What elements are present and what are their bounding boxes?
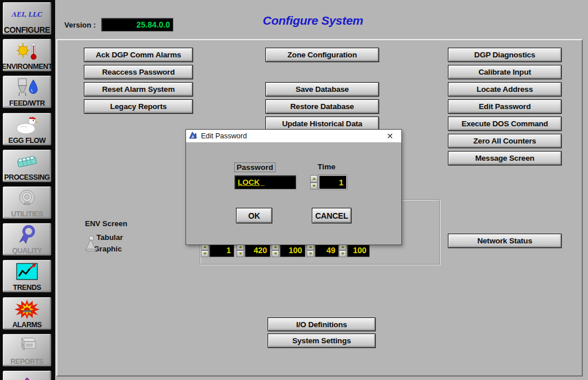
spin-field-5[interactable]: 100 xyxy=(347,243,370,257)
edit-password-dialog: Edit Password ✕ Password LOCK_ Time 1 OK… xyxy=(185,129,402,245)
spin-down-icon[interactable] xyxy=(201,250,208,257)
sidebar-item-utilities[interactable]: UTILITIES xyxy=(2,186,52,219)
spinner-3[interactable] xyxy=(272,243,279,257)
partial-purple-icon xyxy=(3,371,51,380)
ack-dgp-comm-alarms-button[interactable]: Ack DGP Comm Alarms xyxy=(84,48,193,62)
sidebar-item-label: FEED/WTR xyxy=(9,99,45,107)
reaccess-password-button[interactable]: Reaccess Password xyxy=(84,65,193,79)
sidebar: AEI, LLC CONFIGURE E xyxy=(0,0,55,380)
printer-icon xyxy=(3,334,51,358)
sidebar-item-label: CONFIGURE xyxy=(4,26,50,34)
zone-configuration-button[interactable]: Zone Configuration xyxy=(265,48,379,62)
io-definitions-button[interactable]: I/O Definitions xyxy=(268,317,376,331)
page-title: Configure System xyxy=(253,14,373,28)
cancel-button[interactable]: CANCEL xyxy=(312,208,351,223)
execute-dos-command-button[interactable]: Execute DOS Command xyxy=(448,117,562,131)
version-value: 25.84.0.0 xyxy=(137,20,170,29)
configure-system-screen: AEI, LLC CONFIGURE E xyxy=(0,0,588,380)
env-screen-toggle-icon[interactable] xyxy=(84,234,98,255)
sidebar-item-configure[interactable]: AEI, LLC CONFIGURE xyxy=(2,2,52,35)
sidebar-item-reports[interactable]: REPORTS xyxy=(2,334,52,367)
spin-down-icon[interactable] xyxy=(310,183,318,190)
time-label: Time xyxy=(318,162,335,171)
app-icon xyxy=(189,131,198,142)
spin-down-icon[interactable] xyxy=(307,250,314,257)
sidebar-item-alarms[interactable]: ALARMS xyxy=(2,297,52,330)
sidebar-item-label: PROCESSING xyxy=(4,173,49,181)
ok-button[interactable]: OK xyxy=(236,208,272,223)
close-icon[interactable]: ✕ xyxy=(381,130,399,142)
version-label: Version : xyxy=(64,21,96,29)
aei-logo: AEI, LLC xyxy=(3,2,51,26)
sidebar-item-trends[interactable]: TRENDS xyxy=(2,259,52,293)
restore-database-button[interactable]: Restore Database xyxy=(265,99,379,114)
spinner-5[interactable] xyxy=(339,243,346,257)
password-input[interactable]: LOCK_ xyxy=(234,175,296,189)
message-screen-button[interactable]: Message Screen xyxy=(448,151,562,165)
sidebar-item-label: ENVIRONMENT xyxy=(2,63,52,71)
sidebar-item-partial[interactable] xyxy=(2,370,52,380)
sun-thermometer-icon xyxy=(3,39,51,63)
sidebar-item-processing[interactable]: PROCESSING xyxy=(2,149,52,183)
award-ribbon-icon xyxy=(3,223,51,247)
dialog-title: Edit Password xyxy=(201,132,247,140)
sidebar-item-label: REPORTS xyxy=(10,358,44,366)
system-settings-button[interactable]: System Settings xyxy=(268,334,376,348)
sidebar-item-egg-flow[interactable]: EGG FLOW xyxy=(2,113,52,146)
save-database-button[interactable]: Save Database xyxy=(265,82,379,96)
sidebar-item-label: UTILITIES xyxy=(11,210,42,218)
dgp-diagnostics-button[interactable]: DGP Diagnostics xyxy=(448,48,562,62)
network-status-button[interactable]: Network Status xyxy=(448,234,562,248)
time-input[interactable]: 1 xyxy=(319,175,347,189)
feed-hopper-water-drop-icon xyxy=(3,76,51,99)
spin-field-3[interactable]: 100 xyxy=(280,243,305,257)
spin-up-icon[interactable] xyxy=(310,175,318,183)
trend-chart-icon xyxy=(3,260,51,284)
env-screen-option-tabular[interactable]: Tabular xyxy=(96,233,123,242)
hen-icon xyxy=(3,113,51,137)
spin-down-icon[interactable] xyxy=(272,250,279,257)
legacy-reports-button[interactable]: Legacy Reports xyxy=(84,99,193,114)
version-field: 25.84.0.0 xyxy=(101,18,173,32)
edit-password-button[interactable]: Edit Password xyxy=(448,99,562,114)
password-value: LOCK xyxy=(238,178,260,187)
spinner-4[interactable] xyxy=(307,243,314,257)
spin-field-2[interactable]: 420 xyxy=(245,243,270,257)
reset-alarm-system-button[interactable]: Reset Alarm System xyxy=(84,82,193,96)
sidebar-item-environment[interactable]: ENVIRONMENT xyxy=(2,38,52,72)
password-label: Password xyxy=(234,162,276,172)
locate-address-button[interactable]: Locate Address xyxy=(448,82,562,96)
time-spinner[interactable] xyxy=(310,175,318,189)
sidebar-item-feed-wtr[interactable]: FEED/WTR xyxy=(2,75,52,108)
spin-down-icon[interactable] xyxy=(339,250,346,257)
sidebar-item-label: TRENDS xyxy=(13,284,41,292)
zero-all-counters-button[interactable]: Zero All Counters xyxy=(448,134,562,148)
alarm-burst-icon xyxy=(3,297,51,321)
spin-field-4[interactable]: 49 xyxy=(315,243,339,257)
sidebar-item-label: ALARMS xyxy=(12,321,41,329)
sidebar-item-label: EGG FLOW xyxy=(9,137,46,145)
env-screen-label: ENV Screen xyxy=(85,219,127,228)
env-screen-option-graphic[interactable]: Graphic xyxy=(94,245,122,253)
sidebar-item-quality[interactable]: QUALITY xyxy=(2,223,52,256)
spin-down-icon[interactable] xyxy=(237,250,244,257)
spin-field-1[interactable]: 1 xyxy=(209,243,234,257)
egg-carton-icon xyxy=(3,150,51,173)
spinner-1[interactable] xyxy=(201,243,208,257)
sidebar-item-label: QUALITY xyxy=(12,247,42,255)
spinner-2[interactable] xyxy=(237,243,244,257)
dialog-titlebar[interactable]: Edit Password ✕ xyxy=(186,130,401,143)
washing-machine-icon xyxy=(3,187,51,210)
calibrate-input-button[interactable]: Calibrate Input xyxy=(448,65,562,79)
aei-logo-text: AEI, LLC xyxy=(11,10,42,19)
